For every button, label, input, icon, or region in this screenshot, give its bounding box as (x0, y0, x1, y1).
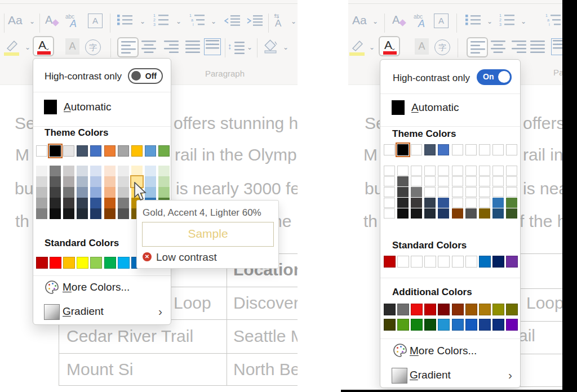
color-swatch[interactable] (104, 145, 116, 157)
empty-color-swatch[interactable] (424, 256, 436, 268)
color-swatch[interactable] (131, 145, 143, 157)
color-variant-swatch[interactable] (90, 198, 101, 208)
color-swatch[interactable] (411, 304, 423, 315)
empty-color-swatch[interactable] (384, 198, 395, 208)
empty-color-swatch[interactable] (465, 198, 477, 208)
color-variant-swatch[interactable] (452, 208, 463, 219)
empty-color-swatch[interactable] (506, 144, 517, 155)
color-variant-swatch[interactable] (411, 187, 422, 197)
justify-icon[interactable] (530, 41, 545, 56)
color-variant-swatch[interactable] (50, 176, 61, 187)
color-swatch[interactable] (397, 144, 409, 155)
color-variant-swatch[interactable] (104, 208, 116, 219)
color-swatch[interactable] (384, 319, 396, 331)
automatic-menu-item[interactable]: Automatic (411, 101, 459, 114)
color-swatch[interactable] (492, 256, 504, 268)
high-contrast-toggle[interactable]: Off (128, 68, 163, 84)
empty-color-swatch[interactable] (479, 198, 490, 208)
color-swatch[interactable] (50, 145, 61, 157)
increase-indent-icon[interactable] (247, 15, 264, 29)
empty-color-swatch[interactable] (424, 166, 436, 176)
color-swatch[interactable] (479, 319, 491, 331)
empty-color-swatch[interactable] (492, 166, 504, 176)
character-border-icon[interactable]: A (88, 14, 103, 28)
color-variant-swatch[interactable] (506, 198, 517, 208)
empty-color-swatch[interactable] (479, 144, 490, 155)
color-swatch[interactable] (492, 304, 504, 315)
color-swatch[interactable] (158, 145, 170, 157)
numbered-list-icon[interactable]: 123 (499, 14, 515, 29)
empty-color-swatch[interactable] (492, 176, 504, 186)
color-swatch[interactable] (77, 257, 88, 269)
color-variant-swatch[interactable] (63, 208, 74, 219)
empty-color-swatch[interactable] (438, 176, 449, 186)
color-swatch[interactable] (36, 145, 47, 157)
empty-color-swatch[interactable] (397, 256, 409, 268)
empty-color-swatch[interactable] (452, 198, 463, 208)
color-swatch[interactable] (465, 304, 477, 315)
color-variant-swatch[interactable] (36, 166, 47, 176)
align-left-icon[interactable] (117, 37, 139, 57)
chevron-down-icon[interactable]: ⌄ (25, 44, 30, 51)
color-variant-swatch[interactable] (36, 198, 47, 208)
chevron-down-icon[interactable]: ⌄ (29, 18, 35, 25)
color-variant-swatch[interactable] (438, 208, 449, 219)
align-right-icon[interactable] (164, 41, 179, 56)
color-swatch[interactable] (465, 319, 477, 331)
align-center-icon[interactable] (491, 41, 505, 56)
text-highlight-color-icon[interactable] (348, 37, 366, 59)
color-swatch[interactable] (424, 319, 436, 331)
empty-color-swatch[interactable] (411, 166, 422, 176)
color-variant-swatch[interactable] (63, 176, 74, 187)
empty-color-swatch[interactable] (411, 176, 422, 186)
color-swatch[interactable] (438, 144, 449, 155)
color-swatch[interactable] (63, 257, 75, 269)
empty-color-swatch[interactable] (452, 144, 463, 155)
color-variant-swatch[interactable] (118, 187, 129, 198)
color-variant-swatch[interactable] (77, 208, 88, 219)
multilevel-list-icon[interactable]: 1ai (545, 14, 561, 29)
empty-color-swatch[interactable] (384, 166, 395, 176)
color-variant-swatch[interactable] (50, 208, 61, 219)
color-variant-swatch[interactable] (104, 176, 116, 187)
character-shading-icon[interactable]: A (65, 38, 79, 55)
paragraph-shading-icon[interactable] (263, 39, 278, 56)
chevron-down-icon[interactable]: ⌄ (291, 18, 296, 25)
color-variant-swatch[interactable] (90, 208, 101, 219)
color-variant-swatch[interactable] (50, 198, 61, 208)
bullet-list-icon[interactable] (465, 15, 481, 29)
color-variant-swatch[interactable] (438, 198, 449, 208)
color-swatch[interactable] (90, 257, 102, 269)
empty-color-swatch[interactable] (479, 166, 490, 176)
color-variant-swatch[interactable] (90, 166, 101, 176)
empty-color-swatch[interactable] (424, 176, 436, 186)
automatic-menu-item[interactable]: Automatic (64, 101, 112, 113)
color-swatch[interactable] (479, 304, 491, 315)
chevron-down-icon[interactable]: ⌄ (211, 18, 216, 25)
color-variant-swatch[interactable] (90, 176, 101, 187)
color-variant-swatch[interactable] (36, 208, 47, 219)
empty-color-swatch[interactable] (397, 166, 409, 176)
color-variant-swatch[interactable] (50, 187, 61, 198)
font-color-icon[interactable]: A⌄ (33, 36, 54, 56)
color-swatch[interactable] (118, 257, 130, 269)
color-variant-swatch[interactable] (397, 208, 409, 219)
justify-icon[interactable] (185, 41, 200, 56)
enclose-characters-icon[interactable]: 字 (434, 39, 450, 55)
empty-color-swatch[interactable] (452, 256, 464, 268)
chevron-down-icon[interactable]: ⌄ (487, 18, 492, 25)
color-variant-swatch[interactable] (77, 187, 88, 198)
decrease-indent-icon[interactable] (224, 15, 241, 29)
color-variant-swatch[interactable] (397, 187, 409, 197)
empty-color-swatch[interactable] (452, 187, 463, 197)
distribute-text-icon[interactable]: ↔ (551, 38, 562, 55)
color-variant-swatch[interactable] (36, 187, 47, 198)
color-variant-swatch[interactable] (145, 166, 156, 176)
bullet-list-icon[interactable] (117, 15, 133, 29)
color-variant-swatch[interactable] (63, 198, 74, 208)
color-swatch[interactable] (452, 304, 464, 315)
empty-color-swatch[interactable] (452, 176, 463, 186)
clear-formatting-icon[interactable]: A (392, 14, 400, 26)
color-variant-swatch[interactable] (118, 166, 129, 176)
change-case-icon[interactable]: Aa (8, 14, 23, 27)
